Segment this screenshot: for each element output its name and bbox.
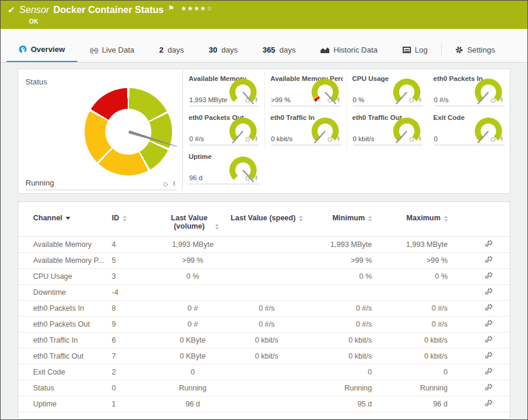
table-row[interactable]: eth0 Packets Out 9 0 # 0 #/s 0 #/s 0 #/s	[18, 317, 510, 333]
tab-30-days[interactable]: 30 days	[196, 37, 250, 63]
column-header-minimum[interactable]: Minimum	[306, 202, 372, 237]
channel-settings-button[interactable]	[484, 320, 493, 329]
tab-overview[interactable]: Overview	[7, 37, 77, 63]
channel-settings-button[interactable]	[484, 304, 493, 313]
channel-settings-button[interactable]	[484, 399, 493, 409]
channel-settings-button[interactable]	[484, 288, 493, 297]
column-header-last-value-volume[interactable]: Last Value (volume)	[158, 202, 228, 237]
gears-icon	[484, 336, 493, 343]
gauge-tile: eth0 Traffic In 0 kbit/s	[264, 109, 346, 148]
gear-icon[interactable]	[490, 136, 497, 142]
gear-icon[interactable]	[245, 136, 251, 142]
gear-icon[interactable]	[409, 97, 415, 103]
table-row[interactable]: Available Memory P... 5 >99 % >99 % >99 …	[18, 253, 510, 269]
gears-icon	[484, 256, 493, 263]
cell-last-value-volume: 0 KByte	[158, 333, 228, 349]
channel-settings-button[interactable]	[484, 383, 493, 393]
pin-icon[interactable]	[336, 136, 341, 142]
tab-divider	[441, 43, 442, 55]
priority-stars[interactable]: ★★★★☆	[181, 4, 213, 12]
pin-icon[interactable]	[336, 97, 341, 103]
pin-icon[interactable]	[417, 97, 423, 103]
cell-id: 5	[112, 253, 158, 269]
channel-settings-button[interactable]	[484, 256, 493, 265]
cell-last-value-volume: 0 #	[158, 301, 228, 317]
table-row[interactable]: eth0 Packets In 8 0 # 0 #/s 0 #/s 0 #/s	[18, 301, 510, 317]
cell-maximum	[372, 285, 448, 301]
cell-last-value-speed	[228, 237, 306, 253]
table-header-row: Channel ID Last Value (volume) Last Valu…	[18, 202, 510, 237]
channel-settings-button[interactable]	[484, 272, 493, 281]
gauge-tile-grid: Available Memory 1,993 MByte	[183, 69, 510, 193]
channel-table-panel: Channel ID Last Value (volume) Last Valu…	[18, 201, 510, 419]
cell-id: 4	[112, 237, 158, 253]
cell-minimum: 0 #/s	[306, 317, 372, 333]
table-row[interactable]: CPU Usage 3 0 % 0 % 0 %	[18, 269, 510, 285]
content-area: Status Running	[1, 63, 527, 419]
tab-365-days[interactable]: 365 days	[250, 37, 308, 63]
channel-settings-button[interactable]	[484, 351, 493, 361]
column-header-maximum[interactable]: Maximum	[372, 202, 448, 237]
cell-minimum	[306, 285, 372, 301]
gear-icon[interactable]	[327, 136, 333, 142]
tab-historic-data[interactable]: Historic Data	[308, 37, 390, 63]
cell-minimum: 0 kbit/s	[306, 333, 372, 349]
pin-icon[interactable]	[254, 97, 259, 103]
gear-icon[interactable]	[163, 181, 169, 187]
table-row[interactable]: Uptime 1 96 d 95 d 96 d	[18, 396, 510, 412]
cell-last-value-speed	[228, 396, 306, 412]
tab-live-data[interactable]: Live Data	[77, 37, 147, 63]
cell-last-value-speed: 0 kbit/s	[228, 349, 306, 364]
pin-icon[interactable]	[499, 97, 504, 103]
table-row[interactable]: Available Memory 4 1,993 MByte 1,993 MBy…	[18, 237, 510, 253]
gear-icon[interactable]	[490, 97, 497, 103]
gauge-tile-value: >99 %	[271, 96, 290, 103]
column-header-actions	[448, 202, 510, 237]
pin-icon[interactable]	[171, 181, 177, 187]
cell-channel: Exit Code	[18, 364, 112, 380]
tab-number: 365	[263, 45, 276, 54]
gauge-tile-value: 0	[434, 135, 438, 142]
table-row[interactable]: Status 0 Running Running Running	[18, 380, 510, 396]
tab-label: days	[168, 45, 184, 54]
table-row[interactable]: Exit Code 2 0 0 0	[18, 364, 510, 380]
tab-2-days[interactable]: 2 days	[147, 37, 196, 63]
cell-last-value-speed: 0 kbit/s	[228, 333, 306, 349]
table-row[interactable]: eth0 Traffic Out 7 0 KByte 0 kbit/s 0 kb…	[18, 349, 510, 364]
tab-number: 30	[209, 45, 217, 54]
cell-minimum: 0	[306, 364, 372, 380]
gear-icon[interactable]	[409, 136, 415, 142]
table-row[interactable]: Downtime -4	[18, 285, 510, 301]
channel-settings-button[interactable]	[484, 367, 493, 377]
column-header-channel[interactable]: Channel	[18, 202, 112, 237]
status-donut-gauge	[85, 88, 172, 175]
gauge-tile: eth0 Packets In 0 #/s	[428, 70, 510, 109]
cell-last-value-volume: 0 %	[158, 269, 228, 285]
cell-minimum: 0 #/s	[306, 301, 372, 317]
tab-label: Historic Data	[333, 45, 377, 54]
pin-icon[interactable]	[254, 175, 259, 181]
column-header-last-value-speed[interactable]: Last Value (speed)	[228, 202, 306, 237]
cell-channel: eth0 Packets Out	[18, 317, 112, 333]
pin-icon[interactable]	[499, 136, 504, 142]
log-list-icon	[403, 47, 411, 53]
cell-channel: eth0 Traffic In	[18, 333, 112, 349]
priority-flag-icon[interactable]	[168, 4, 174, 12]
tab-log[interactable]: Log	[390, 37, 440, 63]
pin-icon[interactable]	[417, 136, 423, 142]
gears-icon	[484, 304, 493, 311]
tab-label: Overview	[31, 45, 65, 54]
channel-settings-button[interactable]	[484, 240, 493, 249]
pin-icon[interactable]	[254, 136, 259, 142]
gauge-tile-value: 0 kbit/s	[353, 135, 374, 142]
table-row[interactable]: eth0 Traffic In 6 0 KByte 0 kbit/s 0 kbi…	[18, 333, 510, 349]
cell-last-value-speed	[228, 269, 306, 285]
cell-last-value-volume	[158, 285, 228, 301]
cell-minimum: >99 %	[306, 253, 372, 269]
column-header-id[interactable]: ID	[112, 202, 158, 237]
cell-last-value-speed	[228, 285, 306, 301]
channel-settings-button[interactable]	[484, 336, 493, 345]
cell-id: -4	[112, 285, 158, 301]
gauge-tile-value: 0 #/s	[189, 135, 204, 142]
tab-settings[interactable]: Settings	[443, 37, 507, 63]
